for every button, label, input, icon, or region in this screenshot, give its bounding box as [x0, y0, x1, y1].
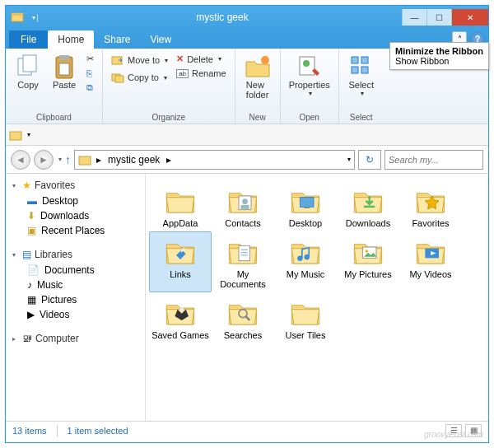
nav-bar: ◄ ► ▾ ↑ ▸ mystic geek ▸ ▾ ↻ — [6, 146, 488, 174]
title-bar: ▾│ mystic geek — ☐ ✕ — [6, 6, 488, 29]
properties-button[interactable]: Properties▾ — [286, 52, 333, 99]
up-button[interactable]: ↑ — [65, 153, 71, 166]
folder-icon — [223, 296, 263, 329]
paste-button[interactable]: Paste — [47, 52, 82, 91]
copy-to-button[interactable]: Copy to▾ — [108, 69, 171, 86]
folder-label: Searches — [224, 330, 262, 340]
sidebar-item-downloads[interactable]: ⬇Downloads — [6, 208, 145, 223]
folder-icon — [161, 296, 200, 329]
folder-icon[interactable] — [9, 128, 22, 142]
refresh-button[interactable]: ↻ — [358, 150, 381, 170]
back-button[interactable]: ◄ — [11, 150, 30, 170]
folder-item-user-tiles[interactable]: User Tiles — [274, 292, 337, 343]
svg-rect-21 — [241, 205, 249, 209]
file-grid[interactable]: AppDataContactsDesktopDownloadsFavorites… — [146, 174, 488, 421]
folder-item-my-videos[interactable]: My Videos — [399, 231, 462, 292]
qat-dropdown-icon[interactable]: ▾│ — [29, 14, 43, 21]
folder-item-favorites[interactable]: Favorites — [399, 180, 462, 231]
breadcrumb-root[interactable]: mystic geek — [106, 154, 161, 166]
select-button[interactable]: Select▾ — [344, 52, 379, 99]
nav-pane: ▾★Favorites ▬Desktop ⬇Downloads ▣Recent … — [6, 174, 146, 421]
folder-item-downloads[interactable]: Downloads — [337, 180, 399, 231]
address-dropdown[interactable]: ▾ — [347, 156, 351, 163]
sidebar-item-pictures[interactable]: ▦Pictures — [6, 292, 145, 307]
folder-icon — [286, 235, 325, 268]
folder-label: AppData — [163, 218, 198, 228]
minimize-button[interactable]: — — [402, 9, 426, 26]
group-open: Properties▾ Open — [281, 49, 339, 124]
folder-icon — [411, 184, 450, 217]
address-bar[interactable]: ▸ mystic geek ▸ ▾ — [74, 150, 355, 170]
folder-icon — [348, 184, 388, 217]
desktop-icon: ▬ — [27, 195, 37, 207]
content-area: ▾★Favorites ▬Desktop ⬇Downloads ▣Recent … — [6, 174, 488, 421]
command-dropdown[interactable]: ▾ — [27, 131, 30, 138]
folder-label: User Tiles — [286, 330, 326, 340]
breadcrumb-sep2[interactable]: ▸ — [165, 154, 173, 166]
folder-icon — [348, 235, 388, 268]
move-to-button[interactable]: Move to▾ — [108, 52, 171, 68]
svg-rect-3 — [23, 55, 36, 72]
copy-button[interactable]: Copy — [11, 52, 45, 91]
view-tab[interactable]: View — [140, 30, 181, 49]
qat-icon[interactable] — [6, 6, 29, 29]
star-icon: ★ — [22, 180, 31, 191]
svg-rect-6 — [59, 63, 69, 75]
svg-point-32 — [179, 307, 184, 311]
paste-icon — [51, 54, 77, 80]
sidebar-item-documents[interactable]: 📄Documents — [6, 263, 145, 278]
forward-button[interactable]: ► — [34, 150, 54, 170]
svg-point-10 — [261, 56, 269, 64]
command-bar: ▾ — [6, 124, 488, 146]
search-input[interactable] — [384, 150, 483, 170]
home-tab[interactable]: Home — [48, 30, 94, 49]
sidebar-item-music[interactable]: ♪Music — [6, 278, 145, 292]
paste-shortcut-button[interactable]: ⧉ — [83, 81, 97, 95]
folder-item-links[interactable]: Links — [149, 231, 212, 292]
delete-button[interactable]: ✕Delete▾ — [173, 52, 229, 66]
folder-icon — [286, 296, 325, 329]
folder-item-appdata[interactable]: AppData — [149, 180, 212, 231]
move-icon — [111, 54, 124, 67]
rename-icon: ab — [176, 69, 189, 78]
sidebar-item-desktop[interactable]: ▬Desktop — [6, 194, 145, 208]
folder-icon — [411, 235, 450, 268]
download-icon: ⬇ — [27, 210, 35, 222]
svg-point-12 — [303, 60, 310, 67]
folder-item-my-documents[interactable]: My Documents — [212, 231, 274, 292]
new-folder-icon — [245, 54, 271, 80]
folder-icon — [161, 184, 200, 217]
sidebar-item-recent[interactable]: ▣Recent Places — [6, 223, 145, 238]
sidebar-item-videos[interactable]: ▶Videos — [6, 307, 145, 322]
maximize-button[interactable]: ☐ — [426, 9, 451, 26]
details-view-button[interactable]: ☰ — [445, 424, 462, 437]
group-label-clipboard: Clipboard — [9, 111, 99, 124]
share-tab[interactable]: Share — [94, 30, 140, 49]
delete-icon: ✕ — [176, 54, 184, 64]
folder-item-desktop[interactable]: Desktop — [274, 180, 337, 231]
libraries-header[interactable]: ▾▤Libraries — [6, 246, 145, 263]
favorites-header[interactable]: ▾★Favorites — [6, 177, 145, 194]
cut-button[interactable]: ✂ — [83, 52, 97, 66]
folder-item-my-music[interactable]: My Music — [274, 231, 337, 292]
explorer-window: ▾│ mystic geek — ☐ ✕ File Home Share Vie… — [5, 5, 489, 443]
rename-button[interactable]: abRename — [173, 67, 229, 80]
svg-rect-14 — [352, 67, 358, 73]
breadcrumb-sep[interactable]: ▸ — [95, 154, 103, 166]
copy-path-button[interactable]: ⎘ — [83, 67, 97, 80]
new-folder-button[interactable]: New folder — [240, 52, 275, 101]
folder-item-saved-games[interactable]: Saved Games — [149, 292, 212, 343]
properties-icon — [296, 54, 323, 80]
tooltip-body: Show Ribbon — [395, 56, 449, 66]
recent-dropdown[interactable]: ▾ — [58, 156, 62, 163]
close-button[interactable]: ✕ — [451, 9, 488, 26]
svg-point-30 — [366, 250, 368, 252]
music-icon: ♪ — [27, 279, 32, 291]
icons-view-button[interactable]: ▦ — [465, 424, 482, 437]
folder-item-my-pictures[interactable]: My Pictures — [337, 231, 399, 292]
computer-header[interactable]: ▸🖳Computer — [6, 330, 145, 347]
folder-item-contacts[interactable]: Contacts — [212, 180, 274, 231]
svg-rect-24 — [364, 206, 375, 208]
folder-item-searches[interactable]: Searches — [212, 292, 274, 343]
file-tab[interactable]: File — [9, 30, 48, 49]
